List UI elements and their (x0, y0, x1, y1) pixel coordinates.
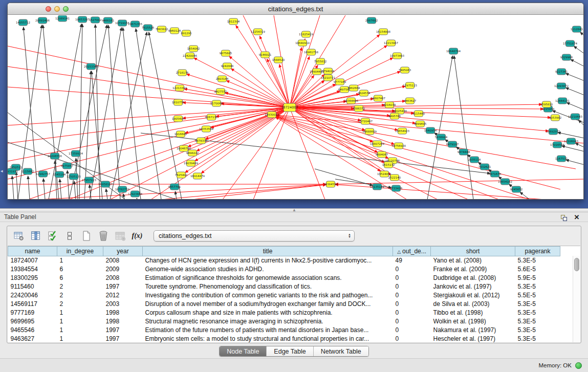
table-cell[interactable]: 0 (393, 335, 431, 343)
table-cell[interactable]: Structural magnetic resonance image aver… (143, 317, 393, 326)
table-row[interactable]: 2242004622012Investigating the contribut… (8, 291, 573, 300)
network-node[interactable]: 7386372 (353, 105, 365, 112)
network-node[interactable]: 3624574 (358, 90, 371, 96)
network-node[interactable]: 12213363 (172, 85, 187, 91)
panel-collapse-arrow-icon[interactable]: ◂ (1, 169, 3, 173)
table-cell[interactable]: 9777169 (8, 309, 57, 317)
col-header-short[interactable]: short (431, 247, 515, 256)
tab-edge-table[interactable]: Edge Table (267, 346, 313, 356)
table-cell[interactable]: Yano et al. (2008) (431, 256, 515, 265)
network-node[interactable]: 9466161 (102, 17, 115, 24)
network-window-titlebar[interactable]: citations_edges.txt (8, 3, 583, 15)
network-node[interactable]: 15751874 (563, 40, 577, 47)
col-header-out-degree[interactable]: △out_de... (393, 247, 431, 256)
table-cell[interactable]: Changes of HCN gene expression and I(f) … (143, 256, 393, 265)
network-node[interactable]: 6479197 (446, 141, 459, 147)
tab-network-table[interactable]: Network Table (314, 346, 368, 356)
network-node[interactable]: 9960124 (168, 28, 181, 34)
network-node[interactable]: 12505135 (67, 173, 81, 180)
network-node[interactable]: 9115460 (412, 111, 425, 117)
col-header-name[interactable]: name (8, 247, 57, 256)
table-cell[interactable]: Nakamura et al. (1997) (431, 326, 515, 335)
network-node[interactable]: 15720407 (358, 118, 373, 124)
zoom-window-button[interactable] (63, 6, 69, 12)
table-cell[interactable]: Disruption of a novel member of a sodium… (143, 300, 393, 309)
show-columns-icon[interactable] (29, 229, 42, 243)
table-cell[interactable]: Corpus callosum shape and size in male p… (143, 309, 393, 317)
network-node[interactable]: 7663822 (156, 26, 168, 32)
table-cell[interactable]: 1997 (103, 282, 143, 291)
table-cell[interactable]: 0 (393, 265, 431, 274)
network-node[interactable]: 1810755 (172, 99, 185, 105)
network-node[interactable]: 18640910 (295, 40, 310, 46)
network-node[interactable]: 7625402 (175, 172, 188, 178)
network-node[interactable]: 12975115 (403, 82, 417, 89)
table-cell[interactable]: Dudbridge et al. (2008) (431, 274, 515, 282)
table-cell[interactable]: 5.3E-5 (515, 282, 560, 291)
network-node[interactable]: 1615132 (382, 162, 395, 168)
table-cell[interactable]: 1 (57, 317, 103, 326)
table-cell[interactable]: 14569117 (8, 300, 57, 309)
network-node[interactable]: 1916685 (175, 131, 187, 137)
minimize-window-button[interactable] (54, 6, 60, 12)
network-node[interactable]: 9777169 (334, 79, 346, 85)
table-row[interactable]: 969969511998Structural magnetic resonanc… (8, 317, 573, 326)
network-node[interactable]: 1812304 (227, 18, 240, 25)
network-node[interactable]: 7485063 (399, 67, 411, 73)
table-cell[interactable]: Tibbo et al. (1998) (431, 309, 515, 317)
network-node[interactable]: 2718176 (176, 70, 189, 76)
network-node[interactable]: 8878332 (195, 138, 208, 144)
table-row[interactable]: 1938455462009Genome-wide association stu… (8, 265, 573, 274)
network-node[interactable]: 1545194 (53, 171, 66, 178)
node-table-grid[interactable]: name in_degree year title △out_de... sho… (8, 246, 573, 343)
network-node[interactable]: 16914479 (190, 173, 205, 179)
table-row[interactable]: 946362711997Embryonic stem cells: a mode… (8, 335, 573, 343)
table-cell[interactable]: 0 (393, 317, 431, 326)
close-icon[interactable]: ✕ (573, 213, 581, 222)
table-cell[interactable]: 2008 (103, 274, 143, 282)
network-node[interactable]: 7955812 (314, 58, 327, 64)
network-node[interactable]: 9875685 (220, 50, 232, 56)
network-node[interactable]: 9899695 (414, 121, 427, 127)
table-cell[interactable]: Genome-wide association studies in ADHD. (143, 265, 393, 274)
network-node[interactable]: 12213967 (384, 40, 398, 46)
table-cell[interactable]: 2 (57, 291, 103, 300)
table-source-select[interactable]: citations_edges.txt ▲▼ (154, 230, 355, 242)
table-mode-icon[interactable] (12, 229, 26, 243)
import-table-icon[interactable] (114, 229, 127, 243)
table-cell[interactable]: 0 (393, 291, 431, 300)
table-cell[interactable]: 2009 (103, 265, 143, 274)
table-cell[interactable]: Stergiakouli et al. (2012) (431, 291, 515, 300)
network-node[interactable]: 2887682 (365, 17, 378, 24)
network-node[interactable]: 19671355 (128, 21, 142, 27)
network-node[interactable]: 20206556 (48, 153, 62, 159)
network-node[interactable]: 20891406 (35, 17, 50, 24)
network-node[interactable]: 14055712 (16, 19, 30, 26)
table-cell[interactable]: 6 (57, 274, 103, 282)
network-node[interactable]: 19039489 (184, 160, 198, 166)
network-node[interactable]: 9463627 (404, 98, 417, 104)
table-cell[interactable]: Investigating the contribution of common… (143, 291, 393, 300)
col-header-pagerank[interactable]: pagerank (515, 247, 560, 256)
network-node[interactable]: 15692971 (546, 128, 560, 135)
network-node[interactable]: 1588520 (272, 57, 285, 63)
network-node[interactable]: 1115682 (21, 168, 34, 174)
table-cell[interactable]: 9699695 (8, 317, 57, 326)
network-node[interactable]: 1640954 (424, 127, 437, 134)
table-cell[interactable]: Embryonic stem cells: a model to study s… (143, 335, 393, 343)
network-node[interactable]: 1053982 (549, 115, 562, 121)
table-cell[interactable]: 5.3E-5 (515, 326, 560, 335)
network-node[interactable]: 19654923 (395, 128, 409, 134)
function-builder-icon[interactable]: f(x) (130, 229, 144, 243)
table-cell[interactable]: 9115460 (8, 282, 57, 291)
network-node[interactable]: 16154808 (376, 29, 390, 35)
splitter-handle-icon[interactable]: ▲ (292, 208, 296, 212)
network-node[interactable]: 8427552 (214, 89, 227, 95)
table-cell[interactable]: 1998 (103, 309, 143, 317)
close-window-button[interactable] (46, 6, 51, 12)
network-node[interactable]: 7462664 (347, 85, 360, 91)
network-node[interactable]: 22420046 (183, 53, 197, 59)
table-vertical-scrollbar[interactable] (573, 256, 580, 342)
network-node[interactable]: 2935114 (468, 157, 481, 163)
network-node[interactable]: 16210643 (568, 114, 582, 120)
